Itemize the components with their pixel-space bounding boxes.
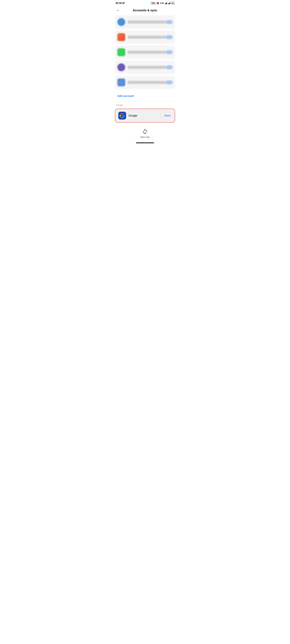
account-item-1[interactable] <box>115 16 175 29</box>
accounts-list <box>113 16 177 89</box>
sync-now-icon[interactable] <box>142 128 148 135</box>
back-button[interactable]: ← <box>116 8 120 13</box>
sync-button[interactable]: Sync <box>163 114 172 118</box>
mute-icon: 🔇 <box>156 2 159 4</box>
account-icon-3 <box>117 48 125 56</box>
home-indicator <box>136 142 154 143</box>
account-text-2 <box>128 36 166 39</box>
account-toggle-2[interactable] <box>166 35 173 39</box>
sync-now-label: Sync now <box>140 136 150 138</box>
account-toggle-3[interactable] <box>166 50 173 54</box>
sync-circle-icon <box>142 128 148 135</box>
account-item-4[interactable] <box>115 61 175 74</box>
account-icon-1 <box>117 18 125 26</box>
signal-bars-1 <box>165 2 167 4</box>
battery-indicator: 54 <box>171 2 174 4</box>
account-item-2[interactable] <box>115 30 175 44</box>
account-icon-4 <box>117 64 125 71</box>
status-icons: VPN 🔇 4.5G 54 <box>151 2 174 4</box>
account-toggle-1[interactable] <box>166 20 173 24</box>
account-toggle-5[interactable] <box>166 80 173 84</box>
account-text-5 <box>128 81 166 84</box>
sync-now-section: Sync now <box>113 124 177 141</box>
signal-bars-2 <box>168 2 170 4</box>
account-item-3[interactable] <box>115 46 175 59</box>
network-indicator: 4.5G <box>160 2 164 4</box>
google-section-label: Google <box>113 102 177 108</box>
status-bar: 20:34 M VPN 🔇 4.5G 54 <box>113 0 177 6</box>
page-title: Accounts & sync <box>133 8 157 12</box>
google-account-name: Google <box>129 114 158 117</box>
google-icon-wrapper <box>118 112 126 120</box>
add-account-button[interactable]: Add account <box>113 91 177 101</box>
account-item-5[interactable] <box>115 76 175 89</box>
account-icon-5 <box>117 78 125 86</box>
google-card[interactable]: Google Sync <box>115 109 175 122</box>
vpn-badge: VPN <box>151 2 156 4</box>
page-header: ← Accounts & sync <box>113 6 177 16</box>
account-toggle-4[interactable] <box>166 65 173 69</box>
account-icon-2 <box>117 33 125 41</box>
google-icon <box>119 113 125 118</box>
status-time: 20:34 M <box>116 2 124 4</box>
account-text-3 <box>128 51 166 54</box>
account-text-1 <box>128 20 166 24</box>
account-text-4 <box>128 66 166 69</box>
